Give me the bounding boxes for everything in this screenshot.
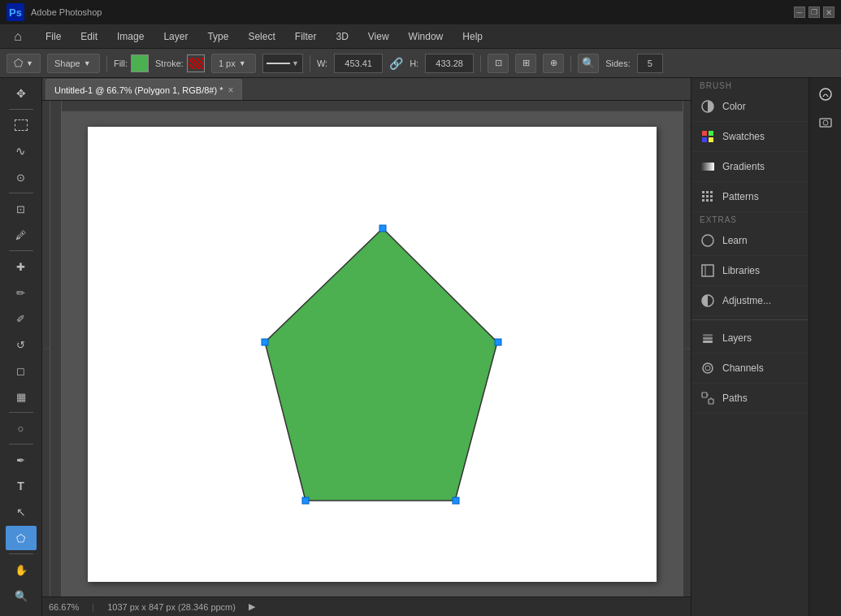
status-arrow[interactable]: ▶: [249, 601, 255, 612]
handle-left-lower[interactable]: [302, 497, 309, 504]
shape-tool[interactable]: ⬠: [6, 526, 37, 550]
panel-section-layers: Layers Channels: [691, 323, 808, 414]
tool-sep-4: [9, 412, 33, 413]
gradient-tool[interactable]: ▦: [6, 384, 37, 409]
layers-panel-item[interactable]: Layers: [691, 323, 808, 354]
patterns-panel-item[interactable]: Patterns: [691, 182, 808, 212]
hand-icon: ✋: [15, 564, 28, 576]
learn-label: Learn: [722, 235, 748, 246]
libraries-label: Libraries: [722, 265, 760, 276]
stroke-label: Stroke:: [155, 59, 184, 68]
title-bar: Ps Adobe Photoshop ─ ❐ ✕: [0, 0, 841, 24]
stroke-group: Stroke:: [155, 54, 205, 72]
polygon-icon: ⬠: [14, 57, 23, 69]
right-collapse-handle[interactable]: ⋮: [683, 101, 691, 596]
zoom-level: 66.67%: [49, 602, 79, 612]
panel-icon-brush[interactable]: [813, 81, 839, 107]
clone-tool[interactable]: ✐: [6, 306, 37, 331]
menu-item-type[interactable]: Type: [204, 29, 232, 44]
menu-item-window[interactable]: Window: [405, 29, 447, 44]
learn-panel-item[interactable]: Learn: [691, 226, 808, 256]
height-input[interactable]: [425, 54, 474, 73]
align-center-btn[interactable]: ⊞: [515, 54, 536, 73]
adjustments-icon: [701, 294, 714, 307]
history-brush-tool[interactable]: ↺: [6, 332, 37, 357]
restore-btn[interactable]: ❐: [808, 7, 820, 18]
color-panel-item[interactable]: Color: [691, 92, 808, 122]
channels-panel-item[interactable]: Channels: [691, 354, 808, 384]
patterns-label: Patterns: [722, 191, 759, 202]
menu-item-file[interactable]: File: [42, 29, 64, 44]
handle-left-upper[interactable]: [262, 339, 268, 345]
shape-tool-selector[interactable]: ⬠ ▼: [7, 54, 41, 73]
rect-marquee-tool[interactable]: [6, 113, 37, 137]
handle-right-lower[interactable]: [453, 497, 459, 504]
fill-color-swatch[interactable]: [131, 54, 149, 72]
zoom-tool[interactable]: 🔍: [6, 583, 37, 608]
canvas-document: [88, 127, 657, 582]
ruler-horizontal: [62, 101, 683, 112]
eraser-tool[interactable]: ◻: [6, 358, 37, 383]
patterns-panel-icon: [700, 189, 716, 205]
history-brush-icon: ↺: [16, 339, 25, 351]
dodge-tool[interactable]: ○: [6, 416, 37, 440]
tool-sep-5: [9, 444, 33, 445]
move-tool[interactable]: ✥: [6, 81, 37, 106]
stroke-line-style[interactable]: ▼: [262, 54, 303, 73]
paths-panel-item[interactable]: Paths: [691, 384, 808, 414]
search-btn[interactable]: 🔍: [578, 54, 599, 73]
menu-item-help[interactable]: Help: [459, 29, 486, 44]
menu-item-image[interactable]: Image: [114, 29, 147, 44]
menu-item-edit[interactable]: Edit: [77, 29, 101, 44]
menu-item-layer[interactable]: Layer: [160, 29, 191, 44]
patterns-icon: [701, 190, 714, 203]
align-edge-btn[interactable]: ⊡: [488, 54, 509, 73]
handle-top[interactable]: [379, 225, 386, 232]
sides-input[interactable]: [637, 54, 663, 73]
menu-item-filter[interactable]: Filter: [292, 29, 320, 44]
gradients-panel-item[interactable]: Gradients: [691, 152, 808, 182]
polygon-shape[interactable]: [265, 228, 497, 501]
warp-btn[interactable]: ⊕: [543, 54, 564, 73]
heal-tool[interactable]: ✚: [6, 254, 37, 279]
lasso-tool[interactable]: ∿: [6, 139, 37, 163]
quick-select-tool[interactable]: ⊙: [6, 165, 37, 189]
menu-item-select[interactable]: Select: [245, 29, 278, 44]
width-input[interactable]: [334, 54, 383, 73]
stroke-size-input[interactable]: 1 px ▼: [211, 54, 256, 73]
color-label: Color: [722, 101, 746, 112]
crop-tool[interactable]: ⊡: [6, 197, 37, 221]
shape-mode-selector[interactable]: Shape ▼: [47, 54, 100, 73]
close-btn[interactable]: ✕: [823, 7, 834, 18]
handle-right-upper[interactable]: [495, 339, 501, 345]
menu-item-view[interactable]: View: [365, 29, 392, 44]
svg-point-23: [705, 366, 710, 371]
svg-rect-21: [703, 334, 713, 336]
home-button[interactable]: ⌂: [7, 25, 29, 48]
app-title: Adobe Photoshop: [31, 7, 102, 17]
panel-icon-tool-preset[interactable]: [813, 109, 839, 135]
adjustments-panel-item[interactable]: Adjustme...: [691, 286, 808, 316]
link-icon[interactable]: 🔗: [389, 57, 403, 70]
swatches-label: Swatches: [722, 131, 765, 142]
path-select-tool[interactable]: ↖: [6, 500, 37, 524]
canvas-area[interactable]: [50, 101, 683, 596]
libraries-panel-item[interactable]: Libraries: [691, 256, 808, 286]
canvas-section: ⋮: [42, 101, 691, 596]
app-icon: Ps: [7, 3, 24, 21]
brush-tool[interactable]: ✏: [6, 280, 37, 305]
left-collapse-handle[interactable]: ⋮: [42, 101, 50, 596]
tab-close-btn[interactable]: ×: [228, 85, 233, 96]
text-icon: T: [17, 479, 24, 492]
active-tab[interactable]: Untitled-1 @ 66.7% (Polygon 1, RGB/8#) *…: [46, 79, 242, 100]
stroke-swatch[interactable]: [187, 54, 205, 72]
text-tool[interactable]: T: [6, 474, 37, 498]
tool-presets-icon: [818, 115, 833, 129]
svg-rect-1: [702, 131, 707, 136]
pen-tool[interactable]: ✒: [6, 448, 37, 472]
hand-tool[interactable]: ✋: [6, 557, 37, 582]
eyedropper-tool[interactable]: 🖉: [6, 223, 37, 247]
menu-item-3d[interactable]: 3D: [332, 29, 351, 44]
minimize-btn[interactable]: ─: [794, 7, 805, 18]
swatches-panel-item[interactable]: Swatches: [691, 122, 808, 152]
